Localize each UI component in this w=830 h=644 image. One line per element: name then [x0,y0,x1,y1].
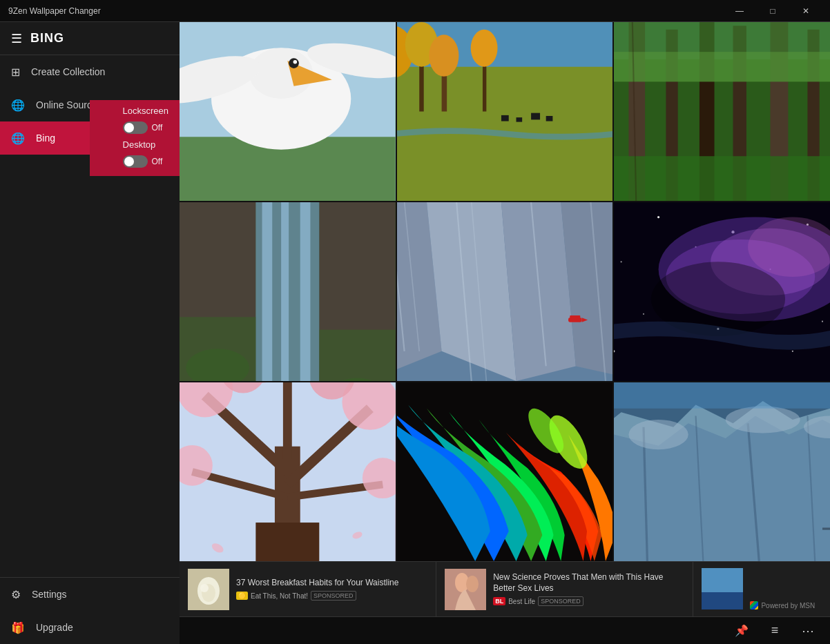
svg-rect-101 [614,382,830,561]
svg-rect-39 [319,202,395,381]
titlebar: 9Zen Wallpaper Changer — □ ✕ [0,0,830,22]
svg-line-52 [456,202,472,381]
image-feathers[interactable] [397,382,613,561]
svg-rect-30 [808,30,820,201]
svg-line-81 [205,396,288,471]
ad-content-0: 37 Worst Breakfast Habits for Your Waist… [236,578,427,601]
svg-point-100 [521,403,570,458]
bing-globe-icon: 🌐 [11,132,25,145]
svg-point-71 [614,350,615,352]
lockscreen-toggle[interactable] [123,121,148,134]
main-content: 37 Worst Breakfast Habits for Your Waist… [180,22,830,644]
svg-point-111 [200,584,209,592]
svg-point-69 [717,328,720,330]
desktop-toggle[interactable] [123,155,148,168]
sidebar-item-upgrade[interactable]: 🎁 Upgrade [0,611,180,644]
svg-point-5 [305,37,395,84]
ad-source-badge-1: BL [493,597,505,605]
app-container: ☰ BING ⊞ Create Collection 🌐 Online Sour… [0,22,830,644]
svg-rect-25 [629,22,646,201]
sidebar-bottom: ⚙ Settings 🎁 Upgrade [0,577,180,644]
ad-source-name-0: Eat This, Not That! [251,592,308,600]
image-forest[interactable] [614,22,830,201]
sidebar-item-create-collection[interactable]: ⊞ Create Collection [0,55,180,88]
image-iceberg[interactable] [614,382,830,561]
maximize-button[interactable]: □ [757,0,789,22]
svg-point-63 [695,246,697,248]
msn-badge: Powered by MSN [750,601,815,609]
msn-logo-icon [750,601,758,609]
svg-point-99 [541,409,595,474]
collection-icon: ⊞ [11,66,20,79]
image-steppe[interactable] [397,22,613,201]
svg-point-104 [726,407,800,433]
image-pelican[interactable] [180,22,396,201]
svg-point-4 [180,46,265,113]
ad-source-0: 🟡 Eat This, Not That! SPONSORED [236,591,427,601]
image-cherry[interactable] [180,382,396,561]
svg-point-103 [629,420,688,449]
svg-point-65 [770,269,771,270]
svg-point-45 [332,378,383,381]
image-nebula[interactable] [614,202,830,381]
ad-item-1[interactable]: New Science Proves That Men with This Ha… [436,562,693,616]
desktop-toggle-container: Off [123,155,163,168]
svg-rect-80 [255,523,319,561]
svg-point-2 [211,48,351,150]
hamburger-icon[interactable]: ☰ [11,31,22,46]
svg-point-66 [807,224,809,226]
svg-rect-14 [441,56,447,112]
svg-line-83 [192,472,287,498]
pin-button[interactable]: 📌 [731,620,753,642]
svg-point-93 [243,382,281,383]
svg-rect-43 [300,202,311,381]
svg-point-74 [666,240,815,314]
svg-rect-59 [614,202,830,381]
svg-point-72 [792,351,793,352]
svg-line-53 [471,202,486,381]
settings-icon: ⚙ [11,588,21,601]
list-view-button[interactable]: ≡ [764,620,786,642]
ad-item-2[interactable]: Powered by MSN [693,562,830,616]
lockscreen-control-row: Lockscreen [123,106,168,116]
svg-rect-21 [546,116,552,121]
svg-rect-38 [180,202,255,381]
lockscreen-toggle-container: Off [123,121,163,134]
ad-title-0: 37 Worst Breakfast Habits for Your Waist… [236,578,427,589]
ad-source-1: BL Best Life SPONSORED [493,596,684,606]
svg-rect-107 [614,382,830,409]
svg-point-86 [180,382,233,417]
svg-rect-32 [614,22,830,81]
more-options-button[interactable]: ⋯ [797,620,819,642]
svg-rect-16 [483,48,486,112]
settings-label: Settings [32,589,67,600]
close-button[interactable]: ✕ [790,0,822,22]
sidebar-item-settings[interactable]: ⚙ Settings [0,578,180,611]
sidebar: ☰ BING ⊞ Create Collection 🌐 Online Sour… [0,22,180,644]
image-waterfall[interactable] [180,202,396,381]
desktop-label: Desktop [123,139,156,150]
lockscreen-toggle-row: Off [123,121,168,134]
ad-thumbnail-1 [445,569,486,610]
svg-rect-116 [702,592,743,609]
ad-source-name-1: Best Life [508,598,535,605]
svg-rect-102 [614,382,830,561]
svg-rect-26 [666,30,678,201]
bottom-toolbar: 📌 ≡ ⋯ [180,616,830,644]
svg-line-54 [531,202,546,366]
svg-line-50 [397,202,405,351]
svg-line-82 [287,409,370,485]
image-glacier-canyon[interactable] [397,202,613,381]
svg-point-96 [351,531,363,540]
minimize-button[interactable]: — [724,0,755,22]
upgrade-label: Upgrade [36,622,73,633]
upgrade-icon: 🎁 [11,621,25,634]
svg-rect-1 [180,137,396,201]
bing-source-header: 🌐 Bing [0,121,79,155]
svg-point-7 [293,60,298,64]
sidebar-nav: ⊞ Create Collection 🌐 Online Sources 🌐 B… [0,55,180,155]
svg-rect-12 [419,44,423,111]
sidebar-item-bing[interactable]: 🌐 Bing Lockscreen Off Desktop [0,121,180,155]
ad-item-0[interactable]: 37 Worst Breakfast Habits for Your Waist… [180,562,436,616]
svg-rect-8 [397,22,613,201]
